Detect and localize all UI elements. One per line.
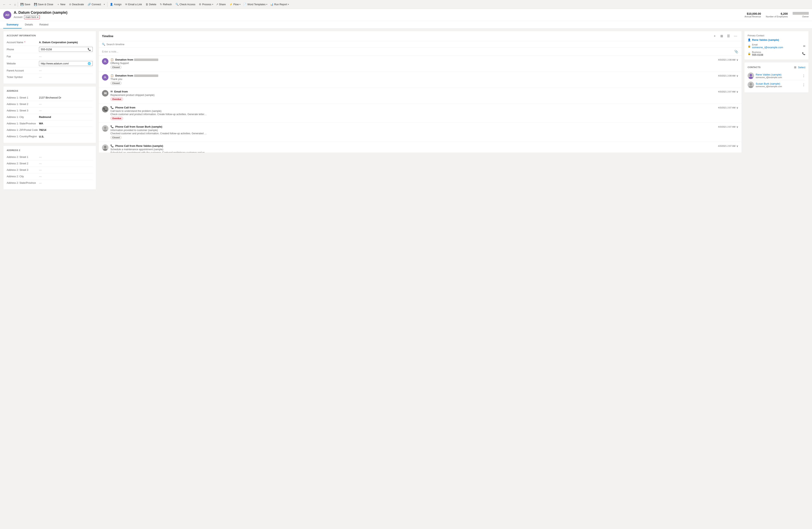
delete-button[interactable]: 🗑 Delete — [144, 2, 158, 7]
field-label-zip: Address 1: ZIP/Postal Code — [7, 129, 39, 131]
timeline-item-body: 📞 Phone Call from Susan Burk (sample) 4/… — [111, 125, 738, 139]
timeline-list-button[interactable]: ☰ — [726, 34, 731, 38]
expand-button[interactable]: ∨ — [736, 74, 738, 77]
field-row-website: Website http://www.adatum.com/ 🌐 — [7, 60, 93, 68]
save-close-button[interactable]: 💾 Save & Close — [32, 2, 55, 7]
field-input-phone[interactable]: 555-0158 📞 — [39, 47, 93, 52]
business-field-value: 555-0108 — [752, 53, 801, 56]
toolbar: ← → ⌂ 💾 Save 💾 Save & Close ＋ New ⊘ Deac… — [0, 0, 812, 9]
email-link-button[interactable]: ✉ Email a Link — [124, 2, 144, 7]
timeline-card: Timeline ＋ ⊞ ☰ ⋯ 🔍 Enter a note... 📎 JL — [99, 31, 742, 153]
required-marker: * — [24, 41, 25, 44]
avatar — [748, 82, 754, 88]
assign-button[interactable]: 👤 Assign — [108, 2, 123, 7]
expand-button[interactable]: ∨ — [736, 106, 738, 109]
tab-related[interactable]: Related — [36, 21, 52, 28]
contact-more-button[interactable]: ⋮ — [802, 74, 805, 78]
process-button[interactable]: ⚙ Process ▾ — [197, 2, 214, 7]
timeline-item-desc: Schedule a maintenance appointment (samp… — [111, 148, 738, 151]
record-stats: $10,000.00 Annual Revenue 6,200 Number o… — [744, 12, 809, 18]
list-item: 📞 Phone Call from Susan Burk (sample) 4/… — [99, 123, 741, 142]
expand-button[interactable]: ∨ — [736, 58, 738, 61]
record-type-label: Account — [14, 16, 23, 18]
new-button[interactable]: ＋ New — [55, 1, 67, 8]
connect-icon: 🔗 — [88, 3, 91, 6]
list-item: JL 📋 Donation from 4/3/2021 2:08 AM ∨ — [99, 72, 741, 88]
timeline-add-button[interactable]: ＋ — [712, 33, 717, 39]
field-value-city: Redmond — [39, 115, 93, 118]
toolbar-divider-1 — [18, 2, 18, 7]
phone-icon[interactable]: 📞 — [88, 48, 91, 51]
tab-details[interactable]: Details — [21, 21, 36, 28]
contacts-title: CONTACTS — [748, 66, 760, 69]
deactivate-button[interactable]: ⊘ Deactivate — [68, 2, 86, 7]
timeline-note-placeholder[interactable]: Enter a note... — [102, 50, 733, 53]
field-row-phone: Phone 555-0158 📞 — [7, 46, 93, 53]
chevron-down-icon: ▾ — [104, 3, 105, 5]
timeline-header: Timeline ＋ ⊞ ☰ ⋯ — [99, 31, 741, 41]
email-field-value[interactable]: someone_i@example.com — [752, 46, 802, 49]
contact-more-button[interactable]: ⋮ — [802, 83, 805, 87]
share-button[interactable]: ↗ Share — [214, 2, 227, 7]
timeline-item-time: 4/3/2021 2:07 AM ∨ — [718, 90, 738, 93]
timeline-item-desc: Replacement product shipped (sample) — [111, 94, 738, 97]
field-label-street1: Address 1: Street 1 — [7, 96, 39, 99]
field-label-street2: Address 1: Street 2 — [7, 103, 39, 105]
check-access-button[interactable]: 🔍 Check Access — [174, 2, 197, 7]
refresh-button[interactable]: ↻ Refresh — [158, 2, 173, 7]
timeline-item-desc: Offering Support — [111, 62, 738, 65]
field-value-addr2-state: --- — [39, 182, 93, 185]
field-value-country: U.S. — [39, 135, 93, 138]
run-report-button[interactable]: 📊 Run Report ▾ — [269, 2, 290, 7]
flow-button[interactable]: ⚡ Flow ▾ — [228, 2, 241, 7]
form-selector[interactable]: main form ▾ — [24, 15, 40, 19]
donation-icon: 📋 — [111, 74, 114, 77]
field-row-addr2-street3: Address 2: Street 3 --- — [7, 167, 93, 173]
expand-button[interactable]: ∨ — [736, 144, 738, 147]
field-row-country: Address 1: Country/Region U.S. — [7, 133, 93, 140]
home-button[interactable]: ⌂ — [13, 2, 17, 7]
email-link-icon: ✉ — [125, 3, 127, 6]
phone-action-icon[interactable]: 📞 — [802, 52, 805, 55]
avatar: 📞 — [102, 106, 108, 113]
refresh-icon: ↻ — [160, 3, 162, 6]
email-icon: ✉ — [111, 90, 113, 93]
timeline-search-input[interactable] — [106, 43, 738, 46]
avatar — [102, 144, 108, 151]
connect-button[interactable]: 🔗 Connect — [86, 2, 102, 7]
expand-button[interactable]: ∨ — [736, 125, 738, 128]
contact-item-name[interactable]: Rene Valdes (sample) — [756, 73, 800, 76]
deactivate-icon: ⊘ — [69, 3, 71, 6]
attachment-icon[interactable]: 📎 — [734, 50, 738, 54]
primary-contact-card: Primary Contact 👤 Rene Valdes (sample) 🔒… — [744, 31, 809, 60]
field-label-street3: Address 1: Street 3 — [7, 109, 39, 112]
word-templates-button[interactable]: 📄 Word Templates ▾ — [242, 2, 268, 7]
contacts-select-button[interactable]: Select — [798, 66, 805, 69]
field-value-ticker: --- — [39, 76, 93, 79]
field-row-addr2-state: Address 2: State/Province --- — [7, 180, 93, 186]
email-action-icon[interactable]: ✉ — [803, 45, 805, 48]
globe-icon[interactable]: 🌐 — [88, 62, 91, 65]
back-button[interactable]: ← — [2, 2, 7, 7]
timeline-item-title: 📋 Donation from — [111, 58, 158, 61]
contact-item-name[interactable]: Susan Burk (sample) — [756, 82, 800, 85]
primary-contact-link[interactable]: 👤 Rene Valdes (sample) — [748, 38, 805, 41]
tab-summary[interactable]: Summary — [3, 21, 21, 28]
account-info-card: ACCOUNT INFORMATION Account Name * A. Da… — [3, 31, 96, 84]
save-button[interactable]: 💾 Save — [19, 2, 32, 7]
primary-contact-name: Rene Valdes (sample) — [752, 38, 779, 41]
timeline-more-button[interactable]: ⋯ — [733, 34, 738, 38]
left-column: ACCOUNT INFORMATION Account Name * A. Da… — [3, 31, 96, 529]
expand-button[interactable]: ∨ — [736, 90, 738, 93]
field-value-street3: --- — [39, 109, 93, 112]
owner-value — [793, 12, 809, 15]
field-row-fax: Fax --- — [7, 53, 93, 60]
connect-dropdown-button[interactable]: ▾ — [102, 2, 106, 7]
email-field-row: 🔒 Email someone_i@example.com ✉ — [748, 43, 805, 49]
field-input-website[interactable]: http://www.adatum.com/ 🌐 — [39, 61, 93, 66]
timeline-search-bar: 🔍 — [99, 41, 741, 48]
forward-button[interactable]: → — [7, 2, 13, 7]
chevron-down-icon: ▾ — [240, 3, 241, 5]
record-type-row: Account main form ▾ — [14, 15, 744, 19]
timeline-filter-button[interactable]: ⊞ — [719, 34, 724, 38]
